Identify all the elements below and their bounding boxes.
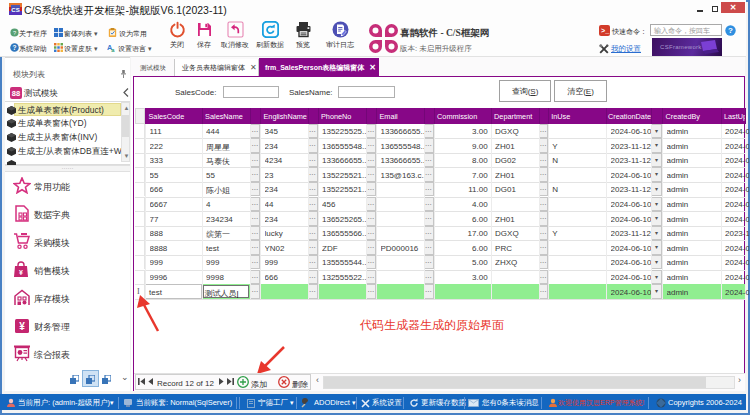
svg-text:?: ?: [728, 26, 733, 35]
svg-text:CS: CS: [11, 7, 19, 13]
svg-text:88: 88: [12, 89, 20, 98]
svg-text:?: ?: [13, 30, 16, 36]
svg-text:¥: ¥: [19, 269, 23, 276]
svg-text:a: a: [111, 47, 115, 52]
svg-text:¥: ¥: [19, 321, 25, 332]
svg-text:?: ?: [13, 44, 17, 51]
svg-text:>_: >_: [601, 27, 610, 35]
